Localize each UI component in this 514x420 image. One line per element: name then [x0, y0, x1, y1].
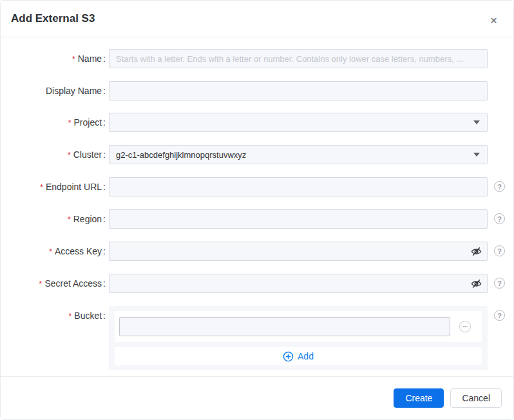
access-key-control	[109, 242, 488, 261]
add-external-s3-form: *Name: Display Name: *Project:	[1, 37, 513, 370]
required-marker: *	[39, 279, 42, 289]
label-colon: :	[103, 278, 106, 289]
endpoint-url-input[interactable]	[109, 177, 488, 196]
label-colon: :	[103, 53, 106, 64]
name-label: *Name:	[1, 49, 106, 69]
label-colon: :	[103, 214, 106, 224]
bucket-label-text: Bucket	[74, 310, 102, 321]
cluster-label: *Cluster:	[1, 145, 106, 165]
project-select[interactable]	[109, 113, 488, 132]
add-bucket-button[interactable]: Add	[115, 347, 482, 365]
secret-access-input[interactable]	[109, 274, 488, 293]
access-key-label: *Access Key:	[1, 242, 106, 262]
plus-circle-icon	[283, 351, 294, 362]
form-row-project: *Project:	[1, 113, 513, 133]
add-bucket-label: Add	[298, 351, 314, 361]
endpoint-url-control	[109, 177, 488, 196]
dialog-title: Add External S3	[11, 12, 95, 25]
display-name-input[interactable]	[109, 81, 488, 100]
form-row-display-name: Display Name:	[1, 81, 513, 100]
close-icon[interactable]: ×	[490, 14, 497, 26]
endpoint-url-label-text: Endpoint URL	[46, 182, 102, 192]
form-row-cluster: *Cluster: g2-c1-abcdefghijklmnopqrstuvwx…	[1, 145, 513, 165]
remove-bucket-button[interactable]	[459, 321, 471, 332]
secret-access-control	[109, 274, 488, 293]
form-row-bucket: *Bucket:	[1, 306, 513, 370]
label-colon: :	[103, 117, 106, 128]
name-input[interactable]	[109, 49, 488, 68]
required-marker: *	[40, 182, 43, 192]
bucket-list-panel: Add	[109, 306, 488, 370]
bucket-input[interactable]	[119, 317, 450, 336]
name-control	[109, 49, 488, 68]
display-name-control	[109, 81, 488, 100]
form-row-name: *Name:	[1, 49, 513, 69]
label-colon: :	[103, 182, 106, 192]
cluster-select[interactable]: g2-c1-abcdefghijklmnopqrstuvwxyz	[109, 145, 488, 164]
cluster-label-text: Cluster	[73, 149, 102, 160]
help-icon[interactable]: ?	[494, 213, 505, 224]
help-icon[interactable]: ?	[494, 181, 505, 192]
label-colon: :	[103, 246, 106, 256]
add-external-s3-dialog: Add External S3 × *Name: Display Name: *…	[0, 0, 514, 420]
project-label-text: Project	[74, 117, 102, 128]
create-button[interactable]: Create	[394, 388, 444, 408]
endpoint-url-label: *Endpoint URL:	[1, 177, 106, 197]
bucket-control: Add	[109, 306, 488, 370]
form-row-region: *Region: ?	[1, 209, 513, 229]
required-marker: *	[72, 54, 75, 64]
required-marker: *	[68, 118, 71, 128]
bucket-item-row	[115, 311, 482, 342]
project-label: *Project:	[1, 113, 106, 133]
access-key-input[interactable]	[109, 242, 488, 261]
required-marker: *	[68, 311, 71, 321]
project-control	[109, 113, 488, 132]
region-input[interactable]	[109, 209, 488, 229]
minus-icon	[462, 326, 468, 327]
help-icon[interactable]: ?	[494, 278, 505, 289]
name-label-text: Name	[78, 53, 102, 64]
label-colon: :	[103, 86, 106, 96]
dialog-footer: Create Cancel	[1, 376, 513, 419]
help-icon[interactable]: ?	[494, 245, 505, 256]
form-row-secret-access: *Secret Access: ?	[1, 274, 513, 294]
form-row-access-key: *Access Key: ?	[1, 242, 513, 262]
region-label: *Region:	[1, 209, 106, 229]
display-name-label: Display Name:	[1, 81, 106, 100]
secret-access-label-text: Secret Access	[44, 278, 102, 289]
eye-slash-icon[interactable]	[471, 246, 482, 260]
eye-slash-icon[interactable]	[471, 278, 482, 292]
form-row-endpoint-url: *Endpoint URL: ?	[1, 177, 513, 197]
label-colon: :	[103, 149, 106, 160]
help-icon[interactable]: ?	[494, 310, 505, 321]
label-colon: :	[103, 310, 106, 321]
bucket-label: *Bucket:	[1, 306, 106, 326]
required-marker: *	[68, 150, 71, 160]
required-marker: *	[49, 247, 52, 256]
region-control	[109, 209, 488, 229]
cluster-select-value: g2-c1-abcdefghijklmnopqrstuvwxyz	[116, 150, 246, 160]
secret-access-label: *Secret Access:	[1, 274, 106, 294]
region-label-text: Region	[73, 214, 102, 224]
cancel-button[interactable]: Cancel	[450, 388, 502, 408]
display-name-label-text: Display Name	[46, 86, 102, 96]
required-marker: *	[68, 215, 71, 224]
cluster-control: g2-c1-abcdefghijklmnopqrstuvwxyz	[109, 145, 488, 164]
access-key-label-text: Access Key	[55, 246, 102, 256]
dialog-header: Add External S3	[1, 1, 513, 37]
